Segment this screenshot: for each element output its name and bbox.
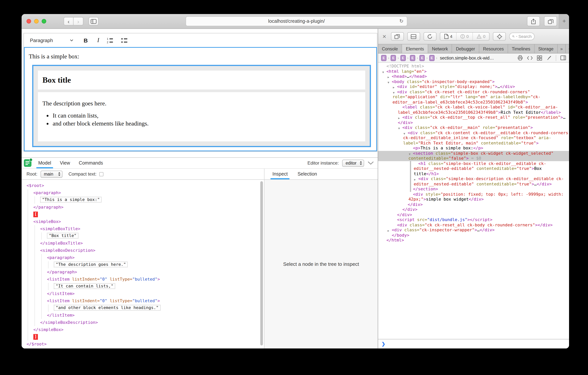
dom-tree-row[interactable]: </html> bbox=[378, 238, 569, 243]
model-text-node[interactable]: "Box title" bbox=[47, 233, 78, 239]
devtools-search-field[interactable]: Search bbox=[509, 33, 535, 40]
details-sidebar-icon[interactable] bbox=[560, 55, 566, 60]
model-tree-row[interactable]: "Box title" bbox=[21, 232, 264, 240]
description-list-item[interactable]: It can contain lists, bbox=[53, 112, 361, 119]
model-tree-row[interactable]: </simpleBoxTitle> bbox=[21, 240, 264, 247]
root-select[interactable]: main bbox=[40, 170, 62, 178]
dom-tree-row[interactable]: <div class="ck ck-reset_all ck-body ck-r… bbox=[378, 222, 569, 228]
model-tree-row[interactable]: <simpleBoxTitle> bbox=[21, 225, 264, 232]
console-prompt[interactable]: ❯ bbox=[378, 339, 569, 348]
description-list-item[interactable]: and other block elements like headings. bbox=[53, 120, 361, 127]
dom-tree-row[interactable]: ▶<div id="editor" style="display: none;"… bbox=[378, 84, 569, 89]
model-tree-row[interactable]: </paragraph> bbox=[21, 268, 264, 276]
layout-grid-icon[interactable] bbox=[537, 55, 542, 60]
dom-tree-row[interactable]: <p>This is a simple box:</p> bbox=[378, 146, 569, 151]
dom-tree-row[interactable]: </div> bbox=[378, 212, 569, 217]
devtools-tab-elements[interactable]: Elements bbox=[402, 44, 428, 53]
dom-tree-row[interactable]: </body> bbox=[378, 233, 569, 238]
dom-tree-row[interactable]: ▼<html lang="en"> bbox=[378, 69, 569, 74]
print-styles-icon[interactable] bbox=[517, 55, 523, 61]
dom-tree-row[interactable]: ▶<div class="ck-inspector-wrapper">…</di… bbox=[378, 228, 569, 233]
breadcrumb-current-node[interactable]: section.simple-box.ck-wid… bbox=[440, 55, 494, 60]
devtools-tab-console[interactable]: Console bbox=[378, 44, 402, 53]
box-description[interactable]: The description goes here. It can contai… bbox=[38, 92, 365, 142]
show-source-icon[interactable] bbox=[527, 55, 533, 60]
model-tree-row[interactable]: <paragraph> bbox=[21, 189, 264, 196]
devtools-add-tab-button[interactable]: + bbox=[566, 44, 569, 53]
model-tree-row[interactable]: "and other block elements like headings.… bbox=[21, 305, 264, 312]
description-paragraph[interactable]: The description goes here. bbox=[42, 100, 361, 107]
dom-tree-row[interactable]: ▼<div class="ck ck-content ck-editor__ed… bbox=[378, 130, 569, 146]
close-devtools-button[interactable]: ✕ bbox=[381, 33, 388, 39]
dom-tree-row[interactable]: ▼<body class="ck-inspector-body-expanded… bbox=[378, 79, 569, 84]
devtools-tab-storage[interactable]: Storage bbox=[534, 44, 558, 53]
editor-editable-area[interactable]: This is a simple box: Box title The desc… bbox=[24, 47, 377, 151]
model-tree-row[interactable]: <listItem listIndent="0" listType="bulle… bbox=[21, 297, 264, 305]
model-text-node[interactable]: "The description goes here." bbox=[54, 262, 128, 267]
dom-tree-row[interactable]: ▼<div class="ck ck-editor__main" role="p… bbox=[378, 125, 569, 130]
model-tree-row[interactable]: <simpleBoxDescription> bbox=[21, 247, 264, 254]
model-tree-row[interactable]: </simpleBoxDescription> bbox=[21, 319, 264, 326]
italic-button[interactable]: I bbox=[97, 37, 99, 44]
model-text-node[interactable]: "This is a simple box:" bbox=[40, 197, 102, 202]
paragraph-dropdown[interactable]: Paragraph bbox=[30, 37, 53, 43]
tab-overview-button[interactable] bbox=[544, 16, 557, 26]
breadcrumb-element-badge[interactable]: E bbox=[420, 55, 425, 61]
breadcrumb-element-badge[interactable]: E bbox=[410, 55, 415, 61]
forward-button[interactable]: › bbox=[74, 17, 83, 25]
compact-text-checkbox[interactable] bbox=[99, 172, 103, 176]
chevron-down-icon[interactable] bbox=[70, 39, 73, 42]
dom-tree-row[interactable]: ▼<div class="ck ck-reset ck-editor ck-ro… bbox=[378, 89, 569, 105]
address-bar[interactable]: localhost/creating-a-plugin/ ↻ bbox=[186, 16, 407, 26]
disclosure-expanded-icon[interactable]: ▼ bbox=[403, 131, 405, 136]
activity-summary[interactable]: 4 0 0 bbox=[440, 32, 490, 41]
dom-tree-row[interactable]: <script src="dist/bundle.js"></script> bbox=[378, 217, 569, 222]
model-text-node[interactable]: "It can contain lists," bbox=[54, 283, 115, 289]
breadcrumb-element-badge[interactable]: E bbox=[381, 55, 387, 61]
new-tab-button[interactable]: + bbox=[559, 14, 569, 28]
inspector-side-tab-inspect[interactable]: Inspect bbox=[271, 169, 290, 179]
inspector-side-tab-selection[interactable]: Selection bbox=[296, 169, 319, 179]
dom-tree-row[interactable]: ▶<div class="simple-box-description ck-e… bbox=[378, 176, 569, 187]
inspector-tab-view[interactable]: View bbox=[58, 158, 72, 168]
split-console-button[interactable] bbox=[407, 32, 420, 41]
inspector-tab-commands[interactable]: Commands bbox=[77, 158, 105, 168]
dom-tree-row[interactable]: <label class="ck ck-label ck-voice-label… bbox=[378, 105, 569, 115]
zoom-window-button[interactable] bbox=[42, 19, 46, 23]
collapse-inspector-icon[interactable] bbox=[368, 161, 374, 165]
dom-tree-row[interactable]: ▼<section class="simple-box ck-widget ck… bbox=[378, 151, 569, 161]
simple-box-widget[interactable]: Box title The description goes here. It … bbox=[32, 65, 371, 147]
bold-button[interactable]: B bbox=[84, 37, 88, 44]
model-tree-row[interactable]: </simpleBox> bbox=[21, 326, 264, 333]
dom-tree-row[interactable]: </div> bbox=[378, 202, 569, 207]
model-tree-row[interactable]: "This is a simple box:" bbox=[21, 196, 264, 204]
model-tree-row[interactable]: <paragraph> bbox=[21, 254, 264, 261]
disclosure-collapsed-icon[interactable]: ▶ bbox=[398, 116, 400, 121]
intro-paragraph[interactable]: This is a simple box: bbox=[29, 53, 372, 60]
breadcrumb-element-badge[interactable]: E bbox=[391, 55, 396, 61]
dom-tree-row[interactable]: </section> bbox=[378, 187, 569, 192]
reload-page-button[interactable] bbox=[424, 32, 436, 41]
model-text-node[interactable]: "and other block elements like headings.… bbox=[54, 305, 160, 310]
share-button[interactable] bbox=[527, 16, 540, 26]
model-tree-row[interactable]: </paragraph> bbox=[21, 204, 264, 211]
model-tree-row[interactable]: <simpleBox> bbox=[21, 218, 264, 225]
devtools-more-tabs-button[interactable]: » bbox=[558, 44, 566, 53]
model-tree-row[interactable]: <listItem listIndent="0" listType="bulle… bbox=[21, 276, 264, 283]
bulleted-list-button[interactable] bbox=[121, 37, 128, 44]
reload-icon[interactable]: ↻ bbox=[399, 18, 403, 24]
dom-tree-row[interactable]: <h1 class="simple-box-title ck-editor__e… bbox=[378, 161, 569, 176]
sidebar-button[interactable] bbox=[89, 17, 98, 25]
back-button[interactable]: ‹ bbox=[64, 17, 74, 25]
devtools-tab-network[interactable]: Network bbox=[428, 44, 452, 53]
tree-scrollbar[interactable] bbox=[260, 181, 263, 345]
breadcrumb-element-badge[interactable]: E bbox=[429, 55, 434, 61]
devtools-tab-timelines[interactable]: Timelines bbox=[508, 44, 535, 53]
model-tree-row[interactable]: </listItem> bbox=[21, 312, 264, 319]
editor-instance-select[interactable]: editor bbox=[342, 159, 364, 167]
element-picker-button[interactable] bbox=[493, 32, 506, 41]
dom-tree-row[interactable]: <div style="position: fixed; top: 0px; l… bbox=[378, 192, 569, 202]
dom-tree-row[interactable]: </div> bbox=[378, 207, 569, 212]
model-tree-row[interactable]: "The description goes here." bbox=[21, 261, 264, 268]
model-tree-row[interactable]: </listItem> bbox=[21, 290, 264, 297]
